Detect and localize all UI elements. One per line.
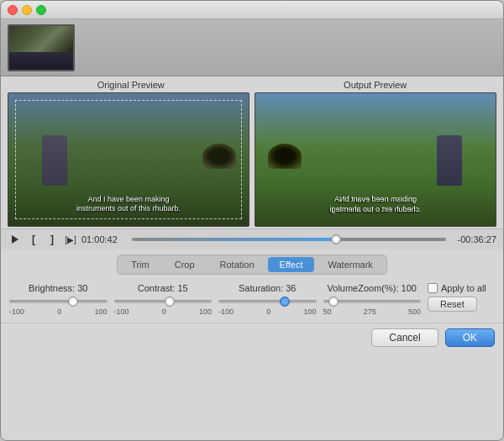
right-controls: Apply to all Reset: [428, 283, 495, 312]
tab-watermark[interactable]: Watermark: [316, 257, 384, 272]
saturation-track[interactable]: [218, 300, 317, 303]
contrast-thumb[interactable]: [165, 297, 175, 307]
sliders-row: Brightness: 30 -100 0 100 Contrast: 15: [9, 283, 495, 316]
tab-effect[interactable]: Effect: [268, 257, 315, 272]
reset-button[interactable]: Reset: [428, 297, 477, 312]
close-button[interactable]: [8, 5, 18, 15]
brightness-range: -100 0 100: [9, 307, 108, 316]
controls-section: Brightness: 30 -100 0 100 Contrast: 15: [1, 278, 503, 323]
loop-icon: [▶]: [65, 235, 76, 244]
preview-labels: Original Preview Output Preview: [8, 80, 496, 90]
minimize-button[interactable]: [22, 5, 32, 15]
saturation-range: -100 0 100: [218, 307, 317, 316]
loop-button[interactable]: [▶]: [63, 233, 78, 246]
timeline-thumb[interactable]: [331, 234, 341, 244]
tabs-row: Trim Crop Rotation Effect Watermark: [117, 255, 387, 275]
tab-trim[interactable]: Trim: [119, 257, 161, 272]
mark-out-icon: ]: [50, 234, 54, 245]
building-silhouette: [9, 52, 73, 70]
brightness-slider-container[interactable]: [9, 296, 108, 307]
hobbit-hole-output: [268, 144, 302, 169]
preview-section: Original Preview Output Preview And I ha…: [1, 76, 503, 228]
apply-to-all-label: Apply to all: [441, 283, 486, 293]
play-icon: [12, 235, 18, 244]
previews-container: And I have been making instruments out o…: [8, 92, 496, 227]
maximize-button[interactable]: [36, 5, 46, 15]
contrast-label: Contrast: 15: [138, 283, 188, 293]
video-thumbnail[interactable]: [8, 24, 75, 71]
figure-output: [437, 135, 462, 186]
contrast-slider-container[interactable]: [114, 296, 213, 307]
tabs-section: Trim Crop Rotation Effect Watermark: [1, 249, 503, 278]
saturation-group: Saturation: 36 -100 0 100: [218, 283, 317, 316]
mark-out-button[interactable]: ]: [45, 233, 60, 246]
brightness-track[interactable]: [9, 300, 108, 303]
transport-controls: [ ] [▶] 01:00:42 -00:36:27: [1, 228, 503, 249]
saturation-thumb[interactable]: [280, 297, 290, 307]
tab-rotation[interactable]: Rotation: [208, 257, 266, 272]
output-preview-label: Output Preview: [344, 80, 407, 90]
contrast-range: -100 0 100: [114, 307, 213, 316]
volume-thumb[interactable]: [328, 297, 339, 307]
output-scene: gnibism need evant bNA .cheduh eirt o tu…: [255, 93, 496, 226]
remaining-time: -00:36:27: [453, 234, 496, 244]
subtitle-output: gnibism need evant bNA .cheduh eirt o tu…: [255, 195, 496, 214]
output-preview: gnibism need evant bNA .cheduh eirt o tu…: [255, 92, 496, 227]
volume-label: VolumeZoom(%): 100: [328, 283, 417, 293]
volume-track[interactable]: [323, 300, 422, 303]
mark-in-icon: [: [32, 234, 35, 245]
cancel-button[interactable]: Cancel: [371, 328, 438, 347]
subtitle-original: And I have been making instruments out o…: [8, 195, 249, 214]
ok-button[interactable]: OK: [445, 328, 495, 347]
timeline-track[interactable]: [132, 238, 446, 241]
bottom-buttons: Cancel OK: [1, 323, 503, 354]
main-window: Original Preview Output Preview And I ha…: [0, 0, 504, 441]
apply-to-all-row: Apply to all: [428, 283, 486, 293]
thumbnail-image: [9, 26, 73, 70]
brightness-group: Brightness: 30 -100 0 100: [9, 283, 108, 316]
timeline[interactable]: [129, 238, 449, 241]
apply-to-all-checkbox[interactable]: [428, 283, 438, 293]
saturation-label: Saturation: 36: [239, 283, 297, 293]
thumbnail-strip: [1, 19, 503, 76]
volume-range: 50 275 500: [323, 307, 422, 316]
original-preview: And I have been making instruments out o…: [8, 92, 249, 227]
titlebar: [1, 1, 503, 19]
traffic-lights: [8, 5, 46, 15]
brightness-label: Brightness: 30: [29, 283, 87, 293]
current-time: 01:00:42: [81, 234, 125, 244]
tab-crop[interactable]: Crop: [163, 257, 207, 272]
contrast-group: Contrast: 15 -100 0 100: [114, 283, 213, 316]
mark-in-button[interactable]: [: [26, 233, 41, 246]
volume-group: VolumeZoom(%): 100 50 275 500: [323, 283, 422, 316]
play-button[interactable]: [8, 233, 23, 246]
saturation-slider-container[interactable]: [218, 296, 317, 307]
original-scene: And I have been making instruments out o…: [8, 93, 249, 226]
original-preview-label: Original Preview: [97, 80, 165, 90]
volume-slider-container[interactable]: [323, 296, 422, 307]
contrast-track[interactable]: [114, 300, 213, 303]
brightness-thumb[interactable]: [68, 297, 78, 307]
